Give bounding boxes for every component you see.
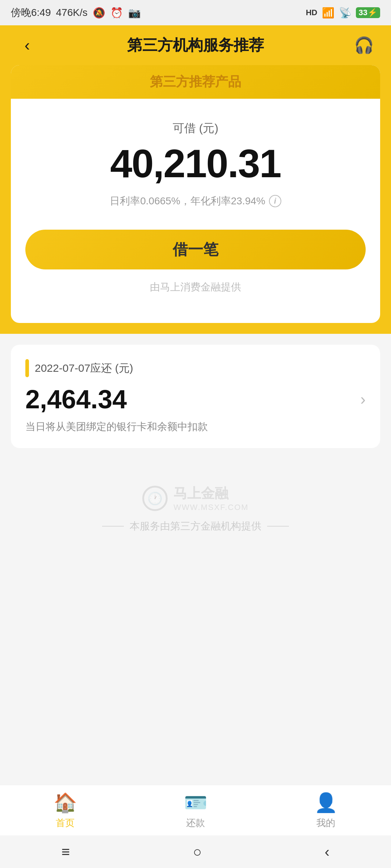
right-dash	[267, 526, 289, 527]
network-speed: 476K/s	[56, 7, 88, 18]
loan-amount: 40,210.31	[25, 144, 366, 183]
rate-info: 日利率0.0665%，年化利率23.94% i	[25, 194, 366, 208]
info-icon[interactable]: i	[269, 195, 281, 207]
watermark-circle: 🕐	[142, 486, 168, 511]
repayment-header: 2022-07-07应还 (元)	[25, 359, 366, 377]
repay-icon: 🪪	[184, 792, 207, 814]
time-display: 傍晚6:49	[11, 6, 51, 20]
chevron-right-icon: ›	[360, 390, 366, 408]
scroll-area: 第三方推荐产品 可借 (元) 40,210.31 日利率0.0665%，年化利率…	[0, 65, 391, 785]
alarm-icon: ⏰	[110, 7, 123, 19]
hd-label: HD	[306, 8, 318, 17]
product-card-body: 可借 (元) 40,210.31 日利率0.0665%，年化利率23.94% i…	[11, 99, 380, 323]
nav-item-repay[interactable]: 🪪 还款	[169, 788, 222, 833]
system-back-button[interactable]: ‹	[325, 844, 329, 860]
product-card-header-text: 第三方推荐产品	[150, 74, 241, 89]
left-dash	[102, 526, 124, 527]
repayment-date: 2022-07-07应还 (元)	[35, 361, 133, 376]
system-nav: ≡ ○ ‹	[0, 835, 391, 868]
product-card-header: 第三方推荐产品	[11, 65, 380, 99]
available-label: 可借 (元)	[25, 120, 366, 136]
product-card: 第三方推荐产品 可借 (元) 40,210.31 日利率0.0665%，年化利率…	[11, 65, 380, 323]
card-wrapper: 第三方推荐产品 可借 (元) 40,210.31 日利率0.0665%，年化利率…	[0, 65, 391, 334]
back-button[interactable]: ‹	[14, 33, 40, 58]
nav-label-home: 首页	[56, 817, 75, 829]
nav-item-home[interactable]: 🏠 首页	[39, 788, 92, 833]
repayment-section: 2022-07-07应还 (元) 2,464.34 › 当日将从美团绑定的银行卡…	[11, 345, 380, 448]
repayment-wrapper: 2022-07-07应还 (元) 2,464.34 › 当日将从美团绑定的银行卡…	[0, 345, 391, 448]
screenshot-icon: 📷	[128, 7, 141, 19]
repayment-row[interactable]: 2,464.34 ›	[25, 384, 366, 414]
mute-icon: 🔕	[93, 7, 105, 19]
service-provider-label: 本服务由第三方金融机构提供	[130, 519, 261, 533]
header: ‹ 第三方机构服务推荐 🎧	[0, 25, 391, 65]
nav-label-mine: 我的	[316, 817, 335, 829]
watermark-clock-icon: 🕐	[147, 491, 163, 506]
profile-icon: 👤	[314, 792, 338, 814]
repayment-amount: 2,464.34	[25, 384, 127, 414]
watermark-brand-group: 马上金融 WWW.MSXF.COM	[173, 484, 248, 512]
rate-text: 日利率0.0665%，年化利率23.94%	[110, 194, 265, 208]
page-title: 第三方机构服务推荐	[40, 35, 351, 55]
customer-service-button[interactable]: 🎧	[351, 33, 377, 58]
bottom-navigation: 🏠 首页 🪪 还款 👤 我的 ≡ ○ ‹	[0, 785, 391, 868]
nav-item-mine[interactable]: 👤 我的	[300, 788, 352, 833]
headphone-icon: 🎧	[354, 36, 374, 55]
borrow-button[interactable]: 借一笔	[25, 230, 366, 269]
watermark-logo: 🕐 马上金融 WWW.MSXF.COM	[142, 484, 248, 512]
back-arrow-icon: ‹	[25, 36, 30, 54]
watermark-website-text: WWW.MSXF.COM	[173, 503, 248, 512]
home-icon: 🏠	[54, 792, 77, 814]
status-bar-right: HD 📶 📡 33⚡	[306, 7, 380, 19]
wifi-icon: 📡	[339, 7, 352, 19]
nav-label-repay: 还款	[186, 817, 205, 829]
system-home-button[interactable]: ○	[193, 844, 202, 860]
repayment-description: 当日将从美团绑定的银行卡和余额中扣款	[25, 420, 366, 434]
status-bar: 傍晚6:49 476K/s 🔕 ⏰ 📷 HD 📶 📡 33⚡	[0, 0, 391, 25]
repayment-indicator	[25, 359, 29, 377]
bottom-nav-bar: 🏠 首页 🪪 还款 👤 我的	[0, 785, 391, 835]
watermark-area: 🕐 马上金融 WWW.MSXF.COM 本服务由第三方金融机构提供	[0, 448, 391, 555]
battery-indicator: 33⚡	[356, 7, 380, 18]
status-bar-left: 傍晚6:49 476K/s 🔕 ⏰ 📷	[11, 6, 141, 20]
system-menu-button[interactable]: ≡	[62, 844, 70, 860]
watermark-brand-text: 马上金融	[173, 484, 248, 503]
provider-text: 由马上消费金融提供	[25, 280, 366, 305]
signal-icon: 📶	[322, 7, 335, 19]
service-provider-text: 本服务由第三方金融机构提供	[102, 519, 289, 533]
